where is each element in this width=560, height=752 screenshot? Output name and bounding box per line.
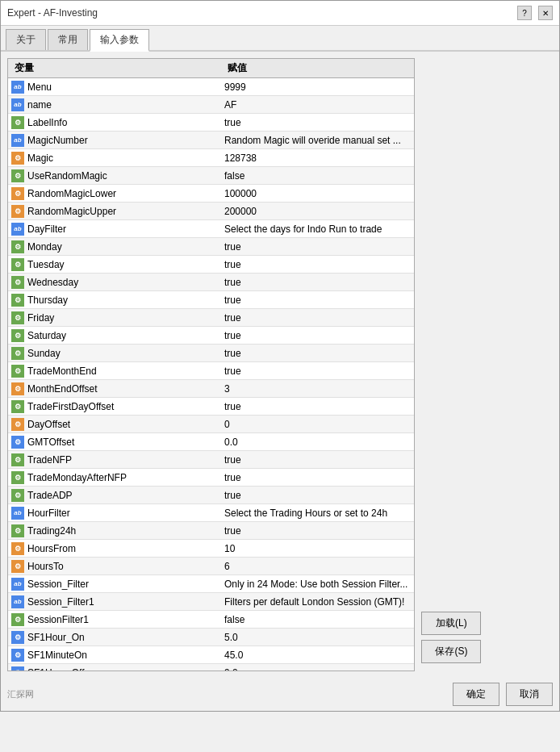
load-button[interactable]: 加载(L) (421, 612, 481, 635)
green-icon: ⚙ (11, 294, 24, 307)
row-name-cell: ab Session_Filter (8, 576, 218, 592)
table-row[interactable]: ⚙ RandomMagicLower 100000 (8, 185, 414, 203)
row-value-cell[interactable]: true (218, 488, 414, 503)
tab-about[interactable]: 关于 (6, 29, 46, 50)
table-row[interactable]: ⚙ Trading24h true (8, 522, 414, 540)
row-value-cell[interactable]: false (218, 169, 414, 183)
table-row[interactable]: ⚙ HoursFrom 10 (8, 540, 414, 558)
row-value-cell[interactable]: true (218, 240, 414, 254)
row-value-cell[interactable]: 9.0 (218, 666, 414, 672)
row-variable-name: Sunday (27, 348, 61, 359)
row-value-cell[interactable]: true (218, 115, 414, 130)
table-row[interactable]: ⚙ SF1Hour_On 5.0 (8, 629, 414, 646)
row-value-cell[interactable]: 200000 (218, 204, 414, 219)
row-value-cell[interactable]: Select the days for Indo Run to trade (218, 222, 414, 236)
params-table[interactable]: 变量 赋值 ab Menu 9999 ab name AF ⚙ LabelInf… (7, 58, 415, 671)
row-value-cell[interactable]: true (218, 328, 414, 343)
main-window: Expert - AF-Investing ? ✕ 关于 常用 输入参数 变量 … (0, 0, 560, 712)
row-value-cell[interactable]: 10 (218, 541, 414, 556)
table-row[interactable]: ⚙ Saturday true (8, 327, 414, 345)
ok-button[interactable]: 确定 (453, 683, 499, 706)
row-value-cell[interactable]: Only in 24 Mode: Use both Session Filter… (218, 577, 414, 591)
table-row[interactable]: ⚙ Tuesday true (8, 256, 414, 274)
table-row[interactable]: ⚙ GMTOffset 0.0 (8, 433, 414, 451)
row-value-cell[interactable]: 100000 (218, 186, 414, 201)
main-layout: 变量 赋值 ab Menu 9999 ab name AF ⚙ LabelInf… (1, 52, 559, 678)
table-row[interactable]: ab MagicNumber Random Magic will overide… (8, 132, 414, 149)
row-name-cell: ⚙ Friday (8, 310, 218, 326)
row-value-cell[interactable]: true (218, 311, 414, 325)
table-row[interactable]: ⚙ Thursday true (8, 291, 414, 309)
row-name-cell: ⚙ Tuesday (8, 257, 218, 273)
row-value-cell[interactable]: Select the Trading Hours or set to 24h (218, 506, 414, 520)
table-row[interactable]: ⚙ UseRandomMagic false (8, 167, 414, 185)
row-value-cell[interactable]: true (218, 346, 414, 361)
row-value-cell[interactable]: false (218, 612, 414, 627)
row-value-cell[interactable]: 5.0 (218, 630, 414, 645)
row-value-cell[interactable]: true (218, 399, 414, 414)
row-value-cell[interactable]: 128738 (218, 151, 414, 165)
close-button[interactable]: ✕ (538, 6, 553, 20)
row-value-cell[interactable]: 0 (218, 417, 414, 432)
table-row[interactable]: ab Menu 9999 (8, 78, 414, 96)
table-row[interactable]: ⚙ Sunday true (8, 345, 414, 362)
table-row[interactable]: ⚙ SessionFilter1 false (8, 611, 414, 629)
table-row[interactable]: ⚙ LabelInfo true (8, 114, 414, 132)
row-name-cell: ⚙ Sunday (8, 345, 218, 361)
table-row[interactable]: ⚙ TradeMonthEnd true (8, 362, 414, 380)
right-panel: 加载(L) 保存(S) (421, 58, 481, 671)
row-variable-name: TradeMonthEnd (27, 366, 97, 377)
row-value-cell[interactable]: true (218, 470, 414, 485)
table-row[interactable]: ⚙ Wednesday true (8, 274, 414, 291)
row-value-cell[interactable]: 45.0 (218, 648, 414, 662)
table-row[interactable]: ⚙ TradeNFP true (8, 451, 414, 469)
row-value-cell[interactable]: 3 (218, 382, 414, 396)
table-row[interactable]: ⚙ MonthEndOffset 3 (8, 380, 414, 398)
row-name-cell: ab name (8, 97, 218, 113)
row-value-cell[interactable]: 6 (218, 559, 414, 574)
table-row[interactable]: ⚙ DayOffset 0 (8, 416, 414, 433)
table-row[interactable]: ⚙ SF1MinuteOn 45.0 (8, 646, 414, 664)
table-row[interactable]: ab Session_Filter Only in 24 Mode: Use b… (8, 575, 414, 593)
row-value-cell[interactable]: true (218, 364, 414, 378)
row-variable-name: SF1Hour_On (27, 632, 85, 643)
ab-icon: ab (11, 81, 24, 94)
row-value-cell[interactable]: true (218, 257, 414, 272)
table-row[interactable]: ⚙ SF1Hour_Off 9.0 (8, 664, 414, 671)
table-row[interactable]: ⚙ RandomMagicUpper 200000 (8, 203, 414, 220)
help-button[interactable]: ? (517, 6, 532, 20)
row-value-cell[interactable]: Filters per default London Session (GMT)… (218, 595, 414, 609)
row-value-cell[interactable]: true (218, 293, 414, 307)
row-value-cell[interactable]: true (218, 524, 414, 538)
cancel-button[interactable]: 取消 (506, 683, 553, 706)
table-row[interactable]: ab DayFilter Select the days for Indo Ru… (8, 220, 414, 238)
row-value-cell[interactable]: true (218, 275, 414, 290)
row-variable-name: Menu (27, 81, 52, 93)
row-value-cell[interactable]: 9999 (218, 80, 414, 94)
table-row[interactable]: ⚙ HoursTo 6 (8, 558, 414, 575)
row-value-cell[interactable]: Random Magic will overide manual set ... (218, 133, 414, 148)
table-row[interactable]: ab name AF (8, 96, 414, 114)
tab-common[interactable]: 常用 (48, 29, 88, 50)
table-row[interactable]: ⚙ TradeFirstDayOffset true (8, 398, 414, 416)
table-row[interactable]: ⚙ TradeMondayAfterNFP true (8, 469, 414, 487)
green-icon: ⚙ (11, 613, 24, 626)
table-row[interactable]: ⚙ Friday true (8, 309, 414, 327)
table-row[interactable]: ⚙ Monday true (8, 238, 414, 256)
row-variable-name: TradeNFP (27, 454, 72, 466)
save-button[interactable]: 保存(S) (421, 640, 481, 663)
orange-icon: ⚙ (11, 382, 24, 395)
row-name-cell: ⚙ LabelInfo (8, 115, 218, 131)
row-value-cell[interactable]: 0.0 (218, 435, 414, 449)
table-row[interactable]: ⚙ TradeADP true (8, 487, 414, 504)
row-value-cell[interactable]: AF (218, 98, 414, 112)
row-value-cell[interactable]: true (218, 453, 414, 467)
table-row[interactable]: ab Session_Filter1 Filters per default L… (8, 593, 414, 611)
col-header-value: 赋值 (221, 61, 411, 75)
green-icon: ⚙ (11, 276, 24, 289)
tab-input-params[interactable]: 输入参数 (90, 29, 149, 52)
table-row[interactable]: ⚙ Magic 128738 (8, 149, 414, 167)
orange-icon: ⚙ (11, 205, 24, 218)
table-row[interactable]: ab HourFilter Select the Trading Hours o… (8, 504, 414, 522)
table-body: ab Menu 9999 ab name AF ⚙ LabelInfo true… (8, 78, 414, 671)
